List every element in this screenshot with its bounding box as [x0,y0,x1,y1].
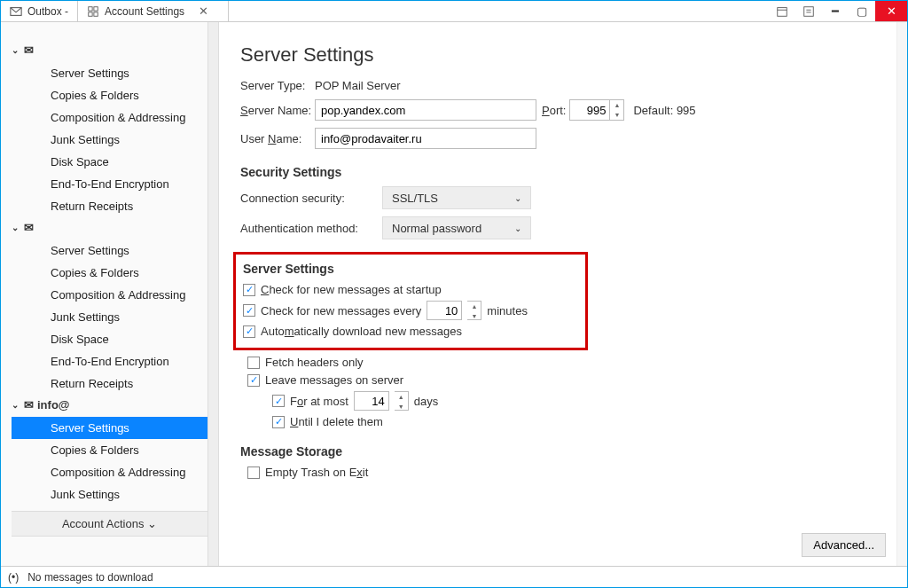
connection-security-label: Connection security: [240,192,382,205]
content-scrollbar[interactable] [896,22,907,566]
server-settings-heading: Server Settings [236,262,575,276]
page-title: Server Settings [240,43,886,67]
leave-on-server-checkbox[interactable] [247,374,260,387]
sidebar-item-junk[interactable]: Junk Settings [12,483,207,506]
svg-rect-2 [94,6,98,10]
leave-on-server-label: Leave messages on server [265,373,403,387]
tab-outbox[interactable]: Outbox - [1,1,78,21]
account-header-3[interactable]: ⌄ ✉ info@ [12,395,207,417]
port-label: Port: [542,104,566,117]
sidebar-item-receipts[interactable]: Return Receipts [12,372,207,395]
until-delete-label: Until I delete them [290,415,383,428]
security-settings-heading: Security Settings [240,165,886,179]
sidebar-item-server-settings[interactable]: Server Settings [12,417,207,439]
chevron-down-icon: ⌄ [514,193,521,203]
sidebar-item-copies-folders[interactable]: Copies & Folders [12,262,207,284]
settings-tab-icon [87,5,99,18]
server-settings-highlighted-box: Server Settings Check for new messages a… [233,252,588,350]
default-port-label: Default: 995 [633,104,695,117]
sidebar-item-server-settings[interactable]: Server Settings [12,62,207,84]
check-every-checkbox[interactable] [243,304,255,317]
tab-account-settings[interactable]: Account Settings ✕ [78,1,229,21]
check-every-input[interactable] [427,301,462,320]
check-every-spinner[interactable]: ▲▼ [467,301,481,320]
server-type-label: Server Type: [240,79,315,92]
for-at-most-checkbox[interactable] [272,395,285,407]
status-activity-icon: (•) [8,571,19,584]
titlebar-buttons: ━ ▢ ✕ [769,1,907,21]
connection-security-value: SSL/TLS [392,192,438,205]
sidebar-item-copies-folders[interactable]: Copies & Folders [12,84,207,106]
tab-close-icon[interactable]: ✕ [199,4,208,18]
settings-content: Server Settings Server Type: POP Mail Se… [219,22,907,566]
svg-rect-1 [89,6,92,10]
account-sidebar: ⌄ ✉ Server Settings Copies & Folders Com… [1,22,219,566]
for-at-most-post-label: days [414,395,438,408]
for-at-most-spinner[interactable]: ▲▼ [395,391,409,411]
mail-icon: ✉ [24,398,34,412]
status-text: No messages to download [27,571,153,584]
svg-rect-4 [94,12,98,15]
message-storage-heading: Message Storage [240,444,886,459]
check-startup-checkbox[interactable] [243,284,255,296]
account-actions-label: Account Actions [62,517,145,530]
auto-download-checkbox[interactable] [243,325,255,338]
chevron-down-icon: ⌄ [12,223,20,232]
sidebar-scrollbar[interactable] [207,22,218,566]
tasks-icon[interactable] [795,1,822,21]
sidebar-item-disk-space[interactable]: Disk Space [12,151,207,173]
check-every-pre-label: Check for new messages every [261,304,421,318]
auth-method-label: Authentication method: [240,222,382,235]
for-at-most-pre-label: For at most [290,395,348,408]
sidebar-item-composition[interactable]: Composition & Addressing [12,284,207,306]
server-type-value: POP Mail Server [315,79,401,92]
fetch-headers-label: Fetch headers only [265,356,364,369]
sidebar-item-junk[interactable]: Junk Settings [12,306,207,328]
port-input[interactable] [569,99,610,121]
chevron-down-icon: ⌄ [514,223,521,233]
chevron-down-icon: ⌄ [12,45,20,55]
window-maximize-icon[interactable]: ▢ [849,1,875,21]
sidebar-item-receipts[interactable]: Return Receipts [12,195,207,217]
until-delete-checkbox[interactable] [272,416,285,428]
sidebar-item-composition[interactable]: Composition & Addressing [12,461,207,483]
server-name-label: Server Name: [240,104,315,117]
window-minimize-icon[interactable]: ━ [822,1,849,21]
empty-trash-checkbox[interactable] [247,466,260,479]
tab-account-settings-label: Account Settings [105,5,184,18]
sidebar-item-e2e[interactable]: End-To-End Encryption [12,173,207,195]
auth-method-select[interactable]: Normal password ⌄ [382,216,531,239]
sidebar-item-copies-folders[interactable]: Copies & Folders [12,439,207,461]
advanced-button[interactable]: Advanced... [802,533,886,557]
window-close-icon[interactable]: ✕ [875,1,907,21]
status-bar: (•) No messages to download [1,566,907,587]
sidebar-item-e2e[interactable]: End-To-End Encryption [12,350,207,372]
account-actions-button[interactable]: Account Actions [12,511,207,537]
mail-tab-icon [10,5,22,18]
tab-outbox-label: Outbox - [27,5,68,18]
account-header-2[interactable]: ⌄ ✉ [12,217,207,239]
sidebar-item-server-settings[interactable]: Server Settings [12,239,207,262]
svg-rect-5 [778,7,787,16]
mail-icon: ✉ [24,221,34,234]
user-name-input[interactable] [315,128,536,149]
account-name-3: info@ [37,398,70,412]
account-header-1[interactable]: ⌄ ✉ [12,40,207,62]
user-name-label: User Name: [240,132,315,145]
chevron-down-icon: ⌄ [12,400,20,410]
server-name-input[interactable] [315,99,536,121]
check-startup-label: Check for new messages at startup [261,283,442,296]
check-every-post-label: minutes [487,304,528,318]
sidebar-item-junk[interactable]: Junk Settings [12,129,207,151]
fetch-headers-checkbox[interactable] [247,357,260,369]
sidebar-item-composition[interactable]: Composition & Addressing [12,106,207,129]
title-bar: Outbox - Account Settings ✕ ━ ▢ ✕ [1,1,907,22]
sidebar-item-disk-space[interactable]: Disk Space [12,328,207,350]
connection-security-select[interactable]: SSL/TLS ⌄ [382,186,531,209]
port-spinner[interactable]: ▲▼ [610,99,624,121]
auth-method-value: Normal password [392,222,481,235]
svg-rect-7 [804,6,814,16]
for-at-most-input[interactable] [354,391,389,411]
calendar-icon[interactable] [769,1,795,21]
svg-rect-3 [89,12,92,15]
